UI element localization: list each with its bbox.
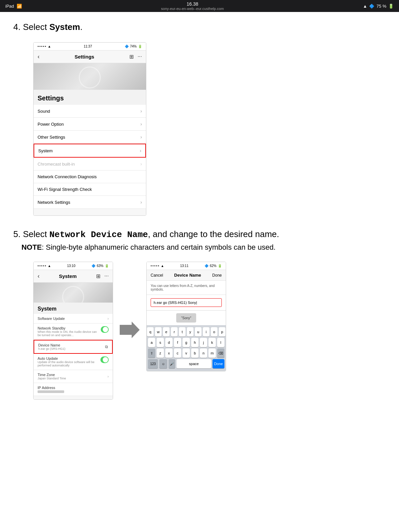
phone2-back[interactable]: ‹ [38, 273, 40, 280]
wifi-icon: 📶 [17, 4, 22, 9]
key-emoji[interactable]: ☺ [159, 359, 167, 368]
phone1-settings-title: Settings [34, 90, 146, 105]
phone2-hero [34, 283, 113, 303]
phone2-nav: ‹ System ⊞ ··· [34, 270, 113, 283]
system-item-device-name[interactable]: Device Name h.ear go (SRS-HG1) ⧉ [34, 340, 113, 354]
key-p[interactable]: p [219, 327, 225, 336]
phone3-done-nav[interactable]: Done [212, 273, 222, 278]
system-item-software[interactable]: Software Update › [34, 314, 113, 324]
key-q[interactable]: q [147, 327, 154, 336]
key-i[interactable]: i [203, 327, 209, 336]
key-shift[interactable]: ⇧ [148, 348, 155, 358]
settings-item-power[interactable]: Power Option › [34, 118, 146, 131]
arrow-container [120, 262, 140, 338]
timezone-chevron: › [107, 374, 109, 378]
key-delete[interactable]: ⌫ [217, 348, 224, 358]
phone3-keyboard: q w e r t y u i o p a s d f g h [147, 325, 226, 371]
settings-item-wifi-check-label: Wi-Fi Signal Strength Check [38, 187, 92, 192]
key-space[interactable]: space [177, 359, 211, 368]
phone3-wifi-icon: ▲ [161, 264, 164, 268]
phone3-bt-icon: 🔷 [204, 264, 208, 268]
phone1-grid-icon[interactable]: ⊞ [129, 54, 134, 60]
settings-item-power-label: Power Option [38, 122, 64, 127]
status-time: 16.38 sony-eur-eu-en-web--eur.custhelp.c… [22, 1, 363, 11]
key-mic[interactable]: 🎤 [169, 359, 175, 368]
key-l[interactable]: l [217, 338, 224, 347]
key-b[interactable]: b [191, 348, 199, 358]
bluetooth-icon: 🔷 [369, 4, 374, 9]
phone1-hero [34, 63, 146, 90]
step5-phones: ••••• ▲ 13:10 🔷 63% 🔋 ‹ System ⊞ ··· [33, 262, 386, 413]
phone2-system-title: System [34, 303, 113, 314]
key-e[interactable]: e [163, 327, 170, 336]
phone2-wifi-icon: ▲ [48, 264, 51, 268]
key-j[interactable]: j [200, 338, 207, 347]
settings-item-system-chevron: › [140, 148, 141, 153]
auto-update-toggle[interactable] [100, 356, 109, 363]
key-x[interactable]: x [165, 348, 173, 358]
phone1-bt-icon: 🔷 [125, 45, 129, 48]
phone1-nav: ‹ Settings ⊞ ··· [34, 51, 146, 63]
key-y[interactable]: y [187, 327, 194, 336]
settings-item-system[interactable]: System › [34, 144, 146, 158]
settings-item-network-settings-label: Network Settings [38, 200, 70, 205]
phone3-input[interactable]: h.ear go (SRS-HG1) Sony| [151, 298, 222, 307]
key-n[interactable]: n [200, 348, 207, 358]
phone1-back[interactable]: ‹ [38, 53, 40, 60]
settings-item-other[interactable]: Other Settings › [34, 131, 146, 144]
key-v[interactable]: v [183, 348, 190, 358]
phone3-suggestion[interactable]: "Sony" [176, 313, 196, 323]
phone2-settings-list: Software Update › Network Standby When t… [34, 314, 113, 396]
keyboard-row1: q w e r t y u i o p [148, 327, 224, 336]
phone2-battery: 63% [97, 264, 103, 268]
phone2-more-icon[interactable]: ··· [104, 273, 109, 279]
settings-item-sound-chevron: › [140, 108, 142, 114]
status-left: iPad 📶 [5, 4, 22, 9]
key-d[interactable]: d [165, 338, 173, 347]
phone2-grid-icon[interactable]: ⊞ [96, 273, 100, 279]
phone1-battery: 74% [130, 45, 137, 48]
key-c[interactable]: c [174, 348, 181, 358]
settings-item-network-settings-chevron: › [140, 200, 142, 205]
network-standby-toggle[interactable] [101, 326, 109, 333]
settings-item-network-settings[interactable]: Network Settings › [34, 196, 146, 209]
phone2-nav-title: System [59, 273, 76, 279]
key-w[interactable]: w [155, 327, 162, 336]
key-r[interactable]: r [171, 327, 178, 336]
ip-blurred [38, 390, 64, 393]
main-content: 4. Select System. ••••• ▲ 11:37 🔷 74% 🔋 … [0, 12, 399, 423]
phone3-hint: You can use letters from A-Z, numbers, a… [147, 281, 226, 295]
key-u[interactable]: u [195, 327, 201, 336]
key-g[interactable]: g [183, 338, 190, 347]
phone1-status: ••••• ▲ 11:37 🔷 74% 🔋 [34, 43, 146, 51]
key-t[interactable]: t [179, 327, 186, 336]
key-z[interactable]: z [157, 348, 164, 358]
system-item-network-standby: Network Standby When this mode is ON, th… [34, 324, 113, 340]
settings-item-wifi-check[interactable]: Wi-Fi Signal Strength Check [34, 183, 146, 196]
battery-icon: 🔋 [388, 4, 394, 9]
key-h[interactable]: h [191, 338, 199, 347]
phone3-battery: 62% [210, 264, 216, 268]
system-item-timezone[interactable]: Time Zone Japan Standard Time › [34, 370, 113, 383]
key-done[interactable]: Done [212, 359, 224, 368]
key-k[interactable]: k [208, 338, 216, 347]
phone1-settings-list: Sound › Power Option › Other Settings › … [34, 105, 146, 209]
key-f[interactable]: f [174, 338, 181, 347]
key-s[interactable]: s [157, 338, 164, 347]
status-bar: iPad 📶 16.38 sony-eur-eu-en-web--eur.cus… [0, 0, 399, 12]
settings-item-power-chevron: › [140, 121, 142, 127]
phone1-time: 11:37 [84, 45, 92, 48]
keyboard-row3: ⇧ z x c v b n m ⌫ [148, 348, 224, 358]
key-123[interactable]: 123 [148, 359, 158, 368]
settings-item-system-label: System [38, 148, 53, 153]
key-o[interactable]: o [211, 327, 217, 336]
key-m[interactable]: m [208, 348, 216, 358]
settings-item-network-diag[interactable]: Network Connection Diagnosis [34, 171, 146, 183]
right-arrow [120, 322, 140, 338]
key-a[interactable]: a [148, 338, 155, 347]
phone3-title: Device Name [174, 273, 201, 278]
phone3-cancel[interactable]: Cancel [151, 273, 163, 278]
phone1-more-icon[interactable]: ··· [138, 54, 142, 60]
phone1-mockup: ••••• ▲ 11:37 🔷 74% 🔋 ‹ Settings ⊞ ··· S… [33, 42, 146, 216]
settings-item-sound[interactable]: Sound › [34, 105, 146, 118]
